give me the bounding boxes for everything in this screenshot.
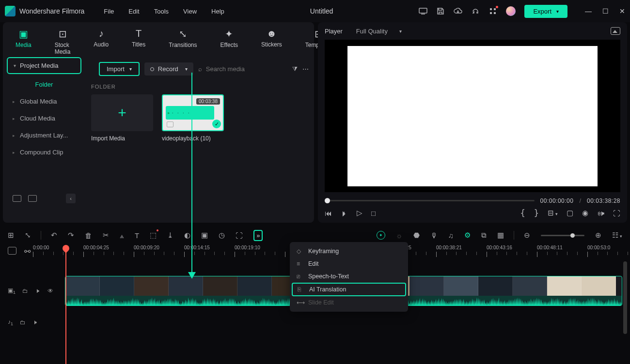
headset-icon[interactable]	[471, 7, 480, 15]
stop-icon[interactable]: □	[371, 209, 376, 217]
tab-stickers[interactable]: ☻Stickers	[258, 26, 285, 57]
menu-file[interactable]: File	[104, 8, 114, 15]
color-icon[interactable]: ◐	[184, 231, 190, 240]
close-button[interactable]: ✕	[619, 7, 625, 15]
minimize-button[interactable]: —	[585, 7, 592, 15]
sidebar-project-media[interactable]: ▾Project Media	[7, 57, 81, 74]
ai-icon[interactable]: ✦	[377, 231, 385, 240]
ctx-keyframing[interactable]: ◇Keyframing	[290, 245, 408, 258]
resize-icon[interactable]: ⬚	[150, 231, 157, 240]
app-logo	[5, 6, 16, 16]
mute-video-icon[interactable]: 🕨	[35, 288, 41, 294]
media-toolbar: Import▾ Record▾ ⌕ ⧩ ⋯	[91, 57, 308, 81]
playhead-dot[interactable]	[325, 198, 330, 203]
ctx-ai-translation[interactable]: ⎘AI Translation	[292, 283, 406, 296]
svg-rect-2	[490, 8, 492, 10]
tab-audio[interactable]: ♪Audio	[91, 26, 111, 57]
import-media-tile[interactable]: + Import Media	[91, 94, 153, 142]
crop-icon[interactable]: ⟁	[120, 231, 124, 240]
zoom-slider[interactable]	[541, 235, 584, 236]
new-folder-icon[interactable]	[13, 195, 21, 202]
step-icon[interactable]: ⏵⃓	[341, 209, 348, 217]
sidebar-global-media[interactable]: ▸Global Media	[7, 93, 81, 110]
quality-selector[interactable]: Full Quality▾	[356, 28, 402, 35]
cursor-icon[interactable]: ⤡	[25, 231, 31, 240]
more-icon[interactable]: ⋯	[302, 65, 309, 74]
music-icon[interactable]: ♫	[448, 231, 454, 240]
maximize-button[interactable]: ☐	[602, 7, 609, 15]
new-bin-icon[interactable]	[28, 195, 37, 202]
sidebar-compound-clip[interactable]: ▸Compound Clip	[7, 144, 81, 161]
track-layout-icon[interactable]	[8, 247, 16, 255]
sidebar-folder[interactable]: Folder	[7, 76, 81, 93]
zoom-out-icon[interactable]: ⊖	[524, 231, 530, 240]
folder-small-icon[interactable]: 🗀	[22, 288, 28, 294]
play-icon[interactable]: ▷	[357, 209, 362, 217]
redo-icon[interactable]: ↷	[68, 231, 74, 240]
display-icon[interactable]: ▢	[567, 209, 573, 217]
fullscreen-icon[interactable]: ⛶	[613, 209, 620, 217]
sun-icon[interactable]: ☼	[396, 231, 403, 240]
marker-icon[interactable]: ⬣	[413, 231, 420, 240]
menu-edit[interactable]: Edit	[128, 8, 139, 15]
apps-icon[interactable]	[488, 7, 497, 15]
delete-icon[interactable]: 🗑	[85, 231, 92, 240]
mute-audio-icon[interactable]: 🕨	[32, 319, 38, 326]
cloud-icon[interactable]	[454, 7, 462, 15]
media-panel: ▣Media ⊡Stock Media ♪Audio TTitles ⤡Tran…	[3, 22, 314, 223]
cut-icon[interactable]: ✂	[103, 231, 109, 240]
visibility-icon[interactable]: 👁	[47, 288, 53, 294]
speed-icon[interactable]: ◷	[219, 231, 225, 240]
edit-icon: ≡	[297, 260, 303, 267]
prev-frame-icon[interactable]: ⏮	[325, 209, 332, 217]
zoom-in-icon[interactable]: ⊕	[595, 231, 601, 240]
view-options-icon[interactable]: ☷▾	[612, 231, 622, 240]
user-avatar[interactable]	[506, 6, 516, 16]
sidebar-adjustment-layer[interactable]: ▸Adjustment Lay...	[7, 127, 81, 144]
more-tools-button[interactable]: »	[253, 230, 263, 241]
download-icon[interactable]: ⤓	[167, 231, 173, 240]
preview-canvas[interactable]	[325, 40, 620, 192]
snapshot-icon[interactable]	[611, 27, 620, 35]
vertical-scrollbar[interactable]	[623, 261, 627, 334]
player-panel: Player Full Quality▾ 00:00:00:00 / 00:03…	[318, 22, 627, 223]
sidebar-cloud-media[interactable]: ▸Cloud Media	[7, 110, 81, 127]
scrub-track[interactable]	[325, 200, 535, 201]
tab-effects[interactable]: ✦Effects	[218, 26, 241, 57]
mixer-icon[interactable]: ⚙	[464, 231, 471, 240]
filter-icon[interactable]: ⧩	[292, 65, 298, 74]
mark-out-icon[interactable]: }	[534, 208, 539, 218]
mark-in-icon[interactable]: {	[520, 208, 525, 218]
volume-icon[interactable]: 🕪	[597, 209, 604, 217]
menu-view[interactable]: View	[183, 8, 197, 15]
search-input[interactable]	[206, 65, 287, 73]
pip-icon[interactable]: ⧉	[481, 231, 487, 240]
grid-icon[interactable]: ⊞	[8, 231, 14, 240]
link-icon[interactable]: ⚯	[24, 247, 33, 255]
menu-help[interactable]: Help	[211, 8, 224, 15]
import-button[interactable]: Import▾	[99, 62, 140, 76]
ctx-speech-to-text[interactable]: ⎚Speech-to-Text	[290, 270, 408, 283]
menu-tools[interactable]: Tools	[154, 8, 169, 15]
media-clip-tile[interactable]: 00:03:38 · · · · ✓ videoplayback (10)	[162, 94, 224, 142]
save-icon[interactable]	[436, 7, 445, 15]
folder-small-icon[interactable]: 🗀	[20, 319, 26, 326]
undo-icon[interactable]: ↶	[51, 231, 57, 240]
expand-icon[interactable]: ⛶	[236, 231, 243, 240]
frame-icon[interactable]: ▦	[497, 231, 504, 240]
mic-icon[interactable]: 🎙	[430, 231, 438, 240]
main-menu: File Edit Tools View Help	[104, 8, 224, 15]
tab-stock-media[interactable]: ⊡Stock Media	[52, 26, 74, 57]
tab-media[interactable]: ▣Media	[13, 26, 34, 57]
record-button[interactable]: Record▾	[144, 62, 193, 76]
collapse-sidebar-button[interactable]: ‹	[66, 194, 76, 203]
tab-transitions[interactable]: ⤡Transitions	[166, 26, 200, 57]
text-icon[interactable]: T	[135, 231, 139, 240]
device-icon[interactable]	[419, 7, 427, 15]
ctx-edit[interactable]: ≡Edit	[290, 258, 408, 270]
camera-icon[interactable]: ◉	[582, 209, 588, 217]
tab-titles[interactable]: TTitles	[129, 26, 148, 57]
layout-icon[interactable]: ⊟▾	[548, 209, 558, 217]
export-button[interactable]: Export▾	[524, 5, 567, 18]
render-icon[interactable]: ▣	[201, 231, 208, 240]
